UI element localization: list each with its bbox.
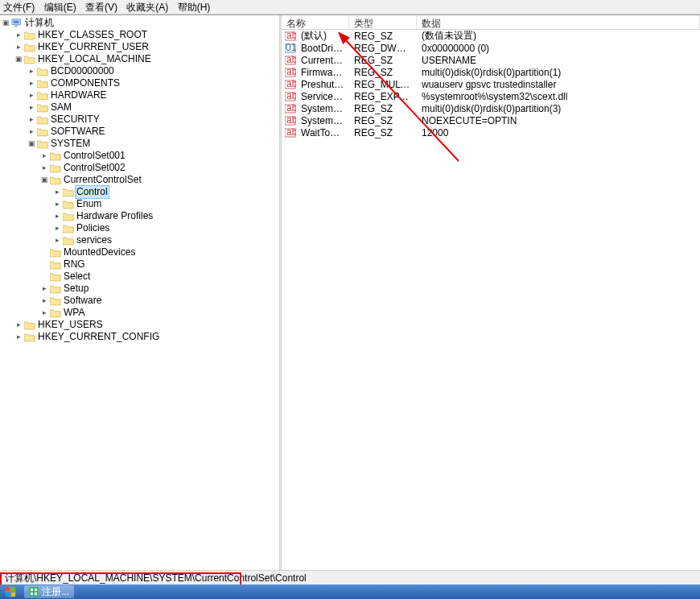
tree-item[interactable]: RNG — [62, 258, 87, 271]
twisty-icon[interactable]: ▸ — [27, 114, 36, 126]
menu-edit[interactable]: 编辑(E) — [44, 2, 76, 13]
value-type: REG_EXPAND_SZ — [349, 91, 417, 102]
menu-favorites[interactable]: 收藏夹(A) — [126, 2, 168, 13]
col-type[interactable]: 类型 — [349, 15, 417, 29]
start-button[interactable] — [0, 585, 21, 599]
col-data[interactable]: 数据 — [417, 15, 700, 29]
folder-icon — [36, 138, 49, 150]
value-data: multi(0)disk(0)rdisk(0)partition(1) — [417, 67, 700, 78]
statusbar: 计算机\HKEY_LOCAL_MACHINE\SYSTEM\CurrentCon… — [0, 570, 700, 585]
twisty-icon[interactable]: ▸ — [14, 29, 23, 41]
twisty-icon[interactable]: ▸ — [53, 198, 62, 210]
value-row[interactable]: abFirmwareBootD...REG_SZmulti(0)disk(0)r… — [282, 66, 700, 78]
twisty-icon[interactable]: ▸ — [40, 295, 49, 307]
value-name: SystemBootDev... — [296, 103, 349, 114]
tree-item[interactable]: MountedDevices — [62, 246, 137, 258]
client-area: ▣ 计算机 ▸HKEY_CLASSES_ROOT ▸HKEY_CURRENT_U… — [0, 14, 700, 585]
tree-item[interactable]: HARDWARE — [49, 89, 109, 101]
svg-rect-27 — [29, 587, 39, 597]
menu-help[interactable]: 帮助(H) — [178, 2, 211, 13]
tree-hku[interactable]: HKEY_USERS — [36, 319, 105, 331]
taskbar-item-regedit[interactable]: 注册... — [24, 585, 74, 598]
tree-item[interactable]: Policies — [75, 222, 111, 234]
value-row[interactable]: 011BootDriverFlagsREG_DWORD0x00000000 (0… — [282, 42, 700, 54]
twisty-icon[interactable]: ▸ — [27, 126, 36, 138]
value-type: REG_DWORD — [349, 43, 417, 54]
values-header: 名称 类型 数据 — [282, 15, 700, 30]
twisty-icon[interactable]: ▸ — [27, 89, 36, 101]
twisty-icon[interactable]: ▸ — [40, 150, 49, 162]
folder-icon — [62, 235, 75, 246]
twisty-icon[interactable]: ▸ — [14, 319, 23, 331]
folder-icon — [36, 114, 49, 126]
value-icon: ab — [282, 116, 296, 126]
tree-control-selected[interactable]: Control — [75, 185, 109, 199]
svg-text:ab: ab — [286, 104, 296, 114]
tree-item[interactable]: ControlSet001 — [62, 150, 127, 162]
tree-pane[interactable]: ▣ 计算机 ▸HKEY_CLASSES_ROOT ▸HKEY_CURRENT_U… — [0, 15, 279, 585]
tree-item[interactable]: SAM — [49, 101, 73, 114]
twisty-icon[interactable]: ▣ — [14, 53, 23, 65]
tree-item[interactable]: SOFTWARE — [49, 126, 107, 138]
tree-item[interactable]: COMPONENTS — [49, 77, 121, 89]
value-row[interactable]: abSystemBootDev...REG_SZmulti(0)disk(0)r… — [282, 102, 700, 114]
tree-item[interactable]: ControlSet002 — [62, 162, 127, 174]
tree-item[interactable]: Hardware Profiles — [75, 210, 154, 222]
tree-item[interactable]: Software — [62, 295, 103, 307]
svg-rect-25 — [6, 593, 10, 597]
value-data: %systemroot%\system32\scext.dll — [417, 91, 700, 102]
folder-icon — [36, 102, 49, 114]
tree-hkcu[interactable]: HKEY_CURRENT_USER — [36, 41, 150, 53]
twisty-icon[interactable]: ▣ — [40, 174, 49, 186]
taskbar: 注册... — [0, 585, 700, 599]
twisty-icon[interactable]: ▸ — [14, 331, 23, 343]
tree-item[interactable]: services — [75, 234, 113, 246]
value-row[interactable]: abServiceControl...REG_EXPAND_SZ%systemr… — [282, 90, 700, 102]
tree-hkcc[interactable]: HKEY_CURRENT_CONFIG — [36, 331, 161, 343]
svg-text:011: 011 — [286, 43, 296, 53]
value-row[interactable]: abPreshutdownOr...REG_MULTI_SZwuauserv g… — [282, 78, 700, 90]
twisty-icon[interactable]: ▸ — [27, 101, 36, 114]
value-name: ServiceControl... — [296, 91, 349, 102]
tree-item[interactable]: WPA — [62, 307, 86, 319]
twisty-icon[interactable]: ▸ — [40, 283, 49, 295]
tree-item[interactable]: BCD00000000 — [49, 65, 116, 77]
tree-item[interactable]: SECURITY — [49, 114, 101, 126]
value-icon: ab — [282, 31, 296, 41]
value-type: REG_MULTI_SZ — [349, 79, 417, 90]
twisty-icon[interactable]: ▸ — [53, 234, 62, 246]
twisty-icon[interactable]: ▸ — [27, 77, 36, 89]
value-type: REG_SZ — [349, 103, 417, 114]
twisty-icon[interactable]: ▣ — [27, 138, 36, 150]
value-row[interactable]: abCurrentUserREG_SZUSERNAME — [282, 54, 700, 66]
tree-hklm[interactable]: HKEY_LOCAL_MACHINE — [36, 53, 153, 65]
value-row[interactable]: abSystemStartOpt...REG_SZ NOEXECUTE=OPTI… — [282, 114, 700, 126]
twisty-icon[interactable]: ▸ — [40, 307, 49, 319]
twisty-icon[interactable]: ▸ — [27, 65, 36, 77]
folder-icon — [49, 163, 62, 174]
col-name[interactable]: 名称 — [282, 15, 349, 29]
value-name: FirmwareBootD... — [296, 67, 349, 78]
twisty-icon[interactable]: ▸ — [53, 222, 62, 234]
tree-item[interactable]: Setup — [62, 283, 90, 295]
menu-file[interactable]: 文件(F) — [3, 2, 35, 13]
twisty-icon[interactable]: ▣ — [2, 17, 10, 29]
tree-hkcr[interactable]: HKEY_CLASSES_ROOT — [36, 29, 149, 41]
value-row[interactable]: abWaitToKillServic...REG_SZ12000 — [282, 126, 700, 138]
values-pane[interactable]: 名称 类型 数据 ab(默认)REG_SZ(数值未设置)011BootDrive… — [282, 15, 700, 585]
twisty-icon[interactable]: ▸ — [53, 210, 62, 222]
menu-view[interactable]: 查看(V) — [85, 2, 117, 13]
tree-currentcontrolset[interactable]: CurrentControlSet — [62, 174, 143, 186]
tree-item[interactable]: Enum — [75, 198, 103, 210]
twisty-icon[interactable]: ▸ — [53, 186, 62, 198]
value-data: wuauserv gpsvc trustedinstaller — [417, 79, 700, 90]
twisty-icon[interactable]: ▸ — [14, 41, 23, 53]
svg-rect-23 — [6, 587, 10, 591]
twisty-icon[interactable]: ▸ — [40, 162, 49, 174]
value-row[interactable]: ab(默认)REG_SZ(数值未设置) — [282, 30, 700, 42]
value-data: 12000 — [417, 127, 700, 138]
tree-item[interactable]: Select — [62, 271, 92, 283]
tree-system[interactable]: SYSTEM — [49, 138, 92, 150]
svg-rect-30 — [31, 593, 33, 595]
tree-root[interactable]: 计算机 — [23, 17, 56, 29]
